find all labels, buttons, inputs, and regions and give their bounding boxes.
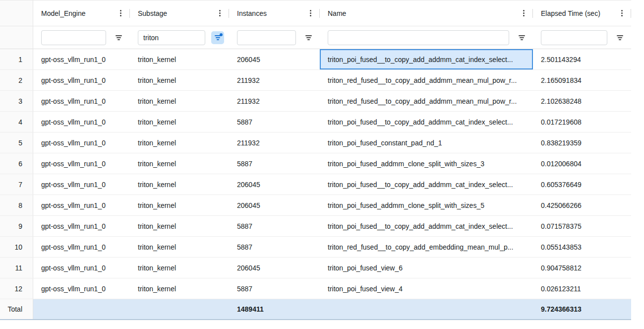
filter-icon[interactable] bbox=[613, 31, 626, 44]
total-cell-name bbox=[320, 299, 533, 319]
cell-substage[interactable]: triton_kernel bbox=[130, 70, 229, 90]
column-header-name[interactable]: Name bbox=[320, 0, 533, 26]
cell-elapsed-time[interactable]: 2.102638248 bbox=[533, 91, 631, 111]
cell-model-engine[interactable]: gpt-oss_vllm_run1_0 bbox=[33, 132, 130, 153]
cell-instances[interactable]: 206045 bbox=[229, 258, 320, 278]
cell-substage[interactable]: triton_kernel bbox=[130, 237, 229, 257]
cell-instances[interactable]: 211932 bbox=[229, 91, 320, 111]
cell-name[interactable]: triton_poi_fused_view_6 bbox=[320, 258, 533, 278]
cell-elapsed-time[interactable]: 0.017219608 bbox=[533, 112, 631, 132]
cell-model-engine[interactable]: gpt-oss_vllm_run1_0 bbox=[33, 70, 130, 90]
table-row: 4 gpt-oss_vllm_run1_0 triton_kernel 5887… bbox=[0, 112, 631, 132]
substage-filter-input[interactable] bbox=[138, 30, 205, 45]
cell-model-engine[interactable]: gpt-oss_vllm_run1_0 bbox=[33, 216, 130, 236]
cell-name[interactable]: triton_red_fused__to_copy_add_embedding_… bbox=[320, 237, 533, 257]
selected-cell-name[interactable]: triton_poi_fused__to_copy_add_addmm_cat_… bbox=[320, 49, 533, 69]
column-resize-handle[interactable] bbox=[631, 9, 631, 18]
cell-name[interactable]: triton_poi_fused_view_4 bbox=[320, 278, 533, 299]
cell-elapsed-time[interactable]: 0.904758812 bbox=[533, 258, 631, 278]
filter-row bbox=[0, 26, 631, 49]
cell-elapsed-time[interactable]: 0.055143853 bbox=[533, 237, 631, 257]
cell-model-engine[interactable]: gpt-oss_vllm_run1_0 bbox=[33, 174, 130, 195]
cell-model-engine[interactable]: gpt-oss_vllm_run1_0 bbox=[33, 278, 130, 299]
row-number: 12 bbox=[0, 278, 33, 299]
column-header-model-engine[interactable]: Model_Engine bbox=[33, 0, 130, 26]
cell-model-engine[interactable]: gpt-oss_vllm_run1_0 bbox=[33, 49, 130, 69]
row-number: 3 bbox=[0, 91, 33, 111]
cell-substage[interactable]: triton_kernel bbox=[130, 174, 229, 195]
cell-instances[interactable]: 5887 bbox=[229, 237, 320, 257]
cell-elapsed-time[interactable]: 0.605376649 bbox=[533, 174, 631, 195]
cell-name[interactable]: triton_poi_fused__to_copy_add_addmm_cat_… bbox=[320, 216, 533, 236]
column-header-substage[interactable]: Substage bbox=[130, 0, 229, 26]
cell-elapsed-time[interactable]: 0.071578375 bbox=[533, 216, 631, 236]
row-number: 10 bbox=[0, 237, 33, 257]
filter-icon[interactable] bbox=[112, 31, 125, 44]
cell-model-engine[interactable]: gpt-oss_vllm_run1_0 bbox=[33, 237, 130, 257]
cell-instances[interactable]: 5887 bbox=[229, 216, 320, 236]
total-row: Total 1489411 9.724366313 bbox=[0, 299, 631, 320]
cell-substage[interactable]: triton_kernel bbox=[130, 278, 229, 299]
column-menu-icon[interactable] bbox=[218, 8, 222, 18]
column-header-elapsed-time[interactable]: Elapsed Time (sec) bbox=[533, 0, 631, 26]
column-menu-icon[interactable] bbox=[620, 8, 624, 18]
cell-substage[interactable]: triton_kernel bbox=[130, 216, 229, 236]
total-cell-model-engine bbox=[33, 299, 130, 319]
column-menu-icon[interactable] bbox=[118, 8, 123, 18]
cell-model-engine[interactable]: gpt-oss_vllm_run1_0 bbox=[33, 258, 130, 278]
column-menu-icon[interactable] bbox=[308, 8, 313, 18]
cell-instances[interactable]: 211932 bbox=[229, 70, 320, 90]
cell-elapsed-time[interactable]: 0.425066266 bbox=[533, 195, 631, 215]
cell-model-engine[interactable]: gpt-oss_vllm_run1_0 bbox=[33, 112, 130, 132]
cell-substage[interactable]: triton_kernel bbox=[130, 132, 229, 153]
cell-substage[interactable]: triton_kernel bbox=[130, 112, 229, 132]
cell-substage[interactable]: triton_kernel bbox=[130, 195, 229, 215]
filter-icon[interactable] bbox=[515, 31, 528, 44]
cell-instances[interactable]: 206045 bbox=[229, 49, 320, 69]
total-cell-substage bbox=[130, 299, 229, 319]
total-cell-elapsed-time: 9.724366313 bbox=[533, 299, 631, 319]
cell-elapsed-time[interactable]: 2.165091834 bbox=[533, 70, 631, 90]
active-filter-icon[interactable] bbox=[211, 31, 224, 44]
name-filter-input[interactable] bbox=[328, 30, 509, 45]
cell-instances[interactable]: 5887 bbox=[229, 278, 320, 299]
filter-icon[interactable] bbox=[302, 31, 315, 44]
column-header-instances[interactable]: Instances bbox=[229, 0, 320, 26]
cell-name[interactable]: triton_poi_fused_constant_pad_nd_1 bbox=[320, 132, 533, 153]
table-row: 6 gpt-oss_vllm_run1_0 triton_kernel 5887… bbox=[0, 153, 631, 174]
header-row: Model_Engine Substage Instances Name Ela… bbox=[0, 0, 631, 26]
cell-instances[interactable]: 211932 bbox=[229, 132, 320, 153]
column-label: Model_Engine bbox=[41, 9, 118, 17]
cell-name[interactable]: triton_poi_fused_addmm_clone_split_with_… bbox=[320, 195, 533, 215]
cell-name[interactable]: triton_red_fused__to_copy_add_addmm_mean… bbox=[320, 70, 533, 90]
cell-name[interactable]: triton_poi_fused__to_copy_add_addmm_cat_… bbox=[320, 112, 533, 132]
filter-cell-substage bbox=[130, 26, 229, 49]
cell-name[interactable]: triton_poi_fused_addmm_clone_split_with_… bbox=[320, 153, 533, 174]
cell-elapsed-time[interactable]: 0.012006804 bbox=[533, 153, 631, 174]
cell-instances[interactable]: 206045 bbox=[229, 174, 320, 195]
cell-model-engine[interactable]: gpt-oss_vllm_run1_0 bbox=[33, 195, 130, 215]
cell-instances[interactable]: 206045 bbox=[229, 195, 320, 215]
cell-model-engine[interactable]: gpt-oss_vllm_run1_0 bbox=[33, 153, 130, 174]
data-grid: Model_Engine Substage Instances Name Ela… bbox=[0, 0, 631, 320]
cell-elapsed-time[interactable]: 2.501143294 bbox=[533, 49, 631, 69]
elapsed-time-filter-input[interactable] bbox=[541, 30, 607, 45]
cell-substage[interactable]: triton_kernel bbox=[130, 258, 229, 278]
table-row: 10 gpt-oss_vllm_run1_0 triton_kernel 588… bbox=[0, 237, 631, 258]
cell-substage[interactable]: triton_kernel bbox=[130, 49, 229, 69]
cell-substage[interactable]: triton_kernel bbox=[130, 153, 229, 174]
cell-name[interactable]: triton_poi_fused__to_copy_add_addmm_cat_… bbox=[320, 174, 533, 195]
cell-instances[interactable]: 5887 bbox=[229, 112, 320, 132]
table-row: 12 gpt-oss_vllm_run1_0 triton_kernel 588… bbox=[0, 278, 631, 299]
column-menu-icon[interactable] bbox=[522, 8, 526, 18]
table-row: 5 gpt-oss_vllm_run1_0 triton_kernel 2119… bbox=[0, 132, 631, 153]
cell-name[interactable]: triton_red_fused__to_copy_add_addmm_mean… bbox=[320, 91, 533, 111]
instances-filter-input[interactable] bbox=[237, 30, 296, 45]
cell-elapsed-time[interactable]: 0.026123211 bbox=[533, 278, 631, 299]
cell-substage[interactable]: triton_kernel bbox=[130, 91, 229, 111]
cell-instances[interactable]: 5887 bbox=[229, 153, 320, 174]
cell-elapsed-time[interactable]: 0.838219359 bbox=[533, 132, 631, 153]
cell-model-engine[interactable]: gpt-oss_vllm_run1_0 bbox=[33, 91, 130, 111]
model-engine-filter-input[interactable] bbox=[41, 30, 106, 45]
column-label: Elapsed Time (sec) bbox=[541, 9, 620, 17]
